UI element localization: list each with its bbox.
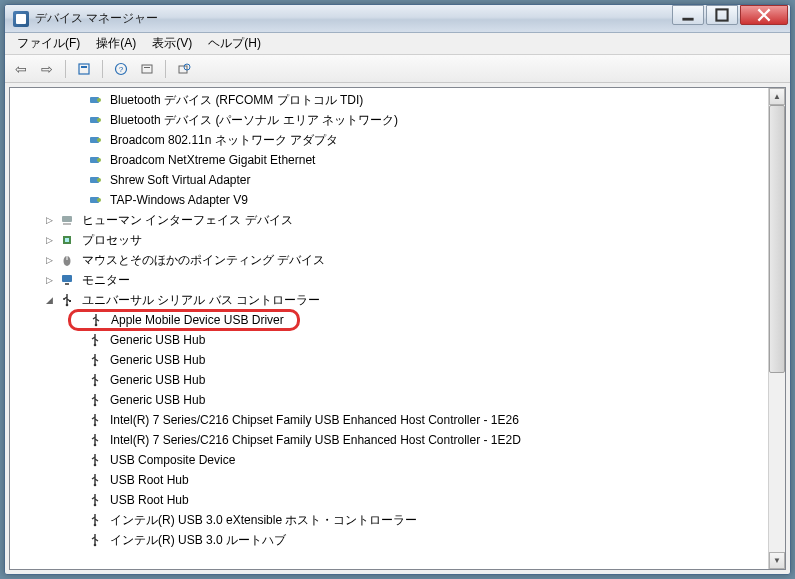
collapse-icon[interactable]: ◢ — [44, 295, 55, 306]
svg-point-39 — [94, 444, 97, 447]
maximize-button[interactable] — [706, 5, 738, 25]
tree-item[interactable]: Generic USB Hub — [10, 350, 768, 370]
svg-point-32 — [63, 298, 65, 300]
scroll-up-button[interactable]: ▲ — [769, 88, 785, 105]
device-label: Bluetooth デバイス (RFCOMM プロトコル TDI) — [107, 91, 366, 110]
tree-item[interactable]: Broadcom 802.11n ネットワーク アダプタ — [10, 130, 768, 150]
usb-device-icon — [87, 472, 103, 488]
help-button[interactable]: ? — [111, 59, 131, 79]
expand-icon[interactable]: ▷ — [44, 275, 55, 286]
tree-item[interactable]: USB Root Hub — [10, 470, 768, 490]
svg-point-30 — [66, 304, 69, 307]
spacer — [72, 435, 83, 446]
tree-item[interactable]: Shrew Soft Virtual Adapter — [10, 170, 768, 190]
cpu-icon — [59, 232, 75, 248]
window-controls — [672, 5, 790, 32]
spacer — [72, 175, 83, 186]
svg-point-34 — [94, 344, 97, 347]
minimize-button[interactable] — [672, 5, 704, 25]
spacer — [73, 315, 84, 326]
device-label: ユニバーサル シリアル バス コントローラー — [79, 291, 323, 310]
device-label: Intel(R) 7 Series/C216 Chipset Family US… — [107, 432, 524, 448]
network-adapter-icon — [87, 92, 103, 108]
tree-item[interactable]: USB Composite Device — [10, 450, 768, 470]
device-label: USB Root Hub — [107, 492, 192, 508]
tree-category-usb[interactable]: ◢ユニバーサル シリアル バス コントローラー — [10, 290, 768, 310]
scroll-track[interactable] — [769, 105, 785, 552]
tree-item[interactable]: USB Root Hub — [10, 490, 768, 510]
svg-text:?: ? — [119, 65, 124, 74]
back-button[interactable]: ⇦ — [11, 59, 31, 79]
scan-button[interactable] — [137, 59, 157, 79]
device-label: USB Composite Device — [107, 452, 238, 468]
forward-button[interactable]: ⇨ — [37, 59, 57, 79]
usb-device-icon — [87, 532, 103, 548]
tree-item[interactable]: インテル(R) USB 3.0 eXtensible ホスト・コントローラー — [10, 510, 768, 530]
expand-icon[interactable]: ▷ — [44, 215, 55, 226]
device-label: TAP-Windows Adapter V9 — [107, 192, 251, 208]
expand-icon[interactable]: ▷ — [44, 235, 55, 246]
svg-rect-29 — [65, 283, 69, 285]
show-hidden-button[interactable] — [174, 59, 194, 79]
device-label: ヒューマン インターフェイス デバイス — [79, 211, 296, 230]
device-label: Generic USB Hub — [107, 332, 208, 348]
window-title: デバイス マネージャー — [35, 10, 672, 27]
tree-item[interactable]: インテル(R) USB 3.0 ルートハブ — [10, 530, 768, 550]
spacer — [72, 415, 83, 426]
tree-item[interactable]: Intel(R) 7 Series/C216 Chipset Family US… — [10, 410, 768, 430]
tree-item[interactable]: Generic USB Hub — [10, 330, 768, 350]
tree-category-monitor[interactable]: ▷モニター — [10, 270, 768, 290]
tree-item[interactable]: Broadcom NetXtreme Gigabit Ethernet — [10, 150, 768, 170]
tree-item[interactable]: Bluetooth デバイス (RFCOMM プロトコル TDI) — [10, 90, 768, 110]
tree-item[interactable]: Generic USB Hub — [10, 390, 768, 410]
usb-device-icon — [87, 492, 103, 508]
tree-item-apple-usb[interactable]: Apple Mobile Device USB Driver — [10, 310, 768, 330]
svg-point-17 — [97, 158, 101, 162]
svg-point-36 — [94, 384, 97, 387]
usb-icon — [59, 292, 75, 308]
content-area: Bluetooth デバイス (RFCOMM プロトコル TDI) Blueto… — [9, 87, 786, 570]
tree-item[interactable]: Generic USB Hub — [10, 370, 768, 390]
tree-item[interactable]: Bluetooth デバイス (パーソナル エリア ネットワーク) — [10, 110, 768, 130]
usb-device-icon — [87, 352, 103, 368]
spacer — [72, 355, 83, 366]
menubar: ファイル(F) 操作(A) 表示(V) ヘルプ(H) — [5, 33, 790, 55]
titlebar: デバイス マネージャー — [5, 5, 790, 33]
expand-icon[interactable]: ▷ — [44, 255, 55, 266]
usb-device-icon — [88, 312, 104, 328]
properties-button[interactable] — [74, 59, 94, 79]
spacer — [72, 515, 83, 526]
svg-point-38 — [94, 424, 97, 427]
tree-category-mouse[interactable]: ▷マウスとそのほかのポインティング デバイス — [10, 250, 768, 270]
menu-action[interactable]: 操作(A) — [88, 32, 144, 55]
close-button[interactable] — [740, 5, 788, 25]
usb-device-icon — [87, 412, 103, 428]
scroll-thumb[interactable] — [769, 105, 785, 373]
device-label: Bluetooth デバイス (パーソナル エリア ネットワーク) — [107, 111, 401, 130]
svg-point-13 — [97, 118, 101, 122]
svg-rect-2 — [79, 64, 89, 74]
device-tree[interactable]: Bluetooth デバイス (RFCOMM プロトコル TDI) Blueto… — [10, 88, 768, 569]
tree-category-hid[interactable]: ▷ヒューマン インターフェイス デバイス — [10, 210, 768, 230]
vertical-scrollbar[interactable]: ▲ ▼ — [768, 88, 785, 569]
network-adapter-icon — [87, 172, 103, 188]
menu-file[interactable]: ファイル(F) — [9, 32, 88, 55]
monitor-icon — [59, 272, 75, 288]
spacer — [72, 335, 83, 346]
spacer — [72, 535, 83, 546]
hid-icon — [59, 212, 75, 228]
usb-device-icon — [87, 332, 103, 348]
tree-item[interactable]: TAP-Windows Adapter V9 — [10, 190, 768, 210]
network-adapter-icon — [87, 192, 103, 208]
scroll-down-button[interactable]: ▼ — [769, 552, 785, 569]
spacer — [72, 375, 83, 386]
menu-help[interactable]: ヘルプ(H) — [200, 32, 269, 55]
spacer — [72, 495, 83, 506]
spacer — [72, 95, 83, 106]
tree-category-cpu[interactable]: ▷プロセッサ — [10, 230, 768, 250]
menu-view[interactable]: 表示(V) — [144, 32, 200, 55]
svg-rect-1 — [716, 9, 727, 20]
device-label: モニター — [79, 271, 133, 290]
tree-item[interactable]: Intel(R) 7 Series/C216 Chipset Family US… — [10, 430, 768, 450]
network-adapter-icon — [87, 132, 103, 148]
